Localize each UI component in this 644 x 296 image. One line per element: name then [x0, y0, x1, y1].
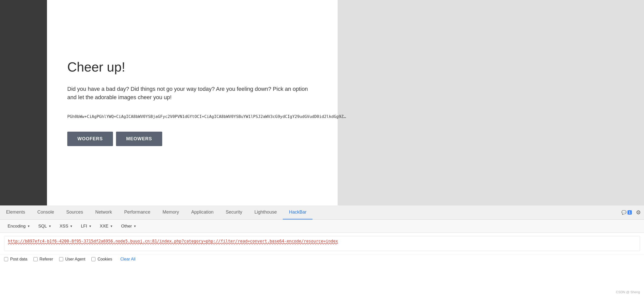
- lfi-dropdown[interactable]: LFI ▼: [77, 222, 95, 230]
- tab-sources[interactable]: Sources: [60, 205, 89, 220]
- referer-checkbox-label[interactable]: Referer: [34, 257, 53, 262]
- tab-elements[interactable]: Elements: [0, 205, 31, 220]
- post-data-checkbox[interactable]: [4, 257, 8, 261]
- tab-hackbar[interactable]: HackBar: [283, 205, 312, 220]
- sql-chevron-icon: ▼: [48, 224, 52, 228]
- devtools-tabs-bar: Elements Console Sources Network Perform…: [0, 205, 644, 220]
- post-data-label: Post data: [10, 257, 27, 262]
- devtools-tabs-right: 💬 1 ⚙: [621, 209, 644, 216]
- user-agent-checkbox[interactable]: [59, 257, 63, 261]
- other-chevron-icon: ▼: [134, 224, 137, 228]
- user-agent-label: User Agent: [65, 257, 85, 262]
- other-dropdown[interactable]: Other ▼: [118, 222, 140, 230]
- tab-lighthouse[interactable]: Lighthouse: [248, 205, 283, 220]
- tab-memory[interactable]: Memory: [156, 205, 185, 220]
- settings-icon[interactable]: ⚙: [636, 209, 641, 216]
- tab-performance[interactable]: Performance: [118, 205, 156, 220]
- message-icon: 💬: [621, 210, 626, 215]
- hackbar-checkboxes-row: Post data Referer User Agent Cookies Cle…: [0, 254, 644, 264]
- xss-chevron-icon: ▼: [70, 224, 73, 228]
- encoding-dropdown[interactable]: Encoding ▼: [4, 222, 34, 230]
- encoding-chevron-icon: ▼: [27, 224, 30, 228]
- encoded-text-display: PGh0bWw+CiAgPGhlYWQ+CiAgICA8bWV0YSBjaGFy…: [67, 114, 346, 119]
- browser-left-sidebar: [0, 0, 47, 205]
- page-content-card: Cheer up! Did you have a bad day? Did th…: [47, 0, 338, 205]
- page-description: Did you have a bad day? Did things not g…: [67, 85, 317, 101]
- cookies-checkbox-label[interactable]: Cookies: [91, 257, 112, 262]
- other-label: Other: [121, 224, 132, 229]
- xxe-label: XXE: [100, 224, 108, 229]
- tab-security[interactable]: Security: [220, 205, 248, 220]
- browser-right-sidebar: [337, 0, 644, 205]
- hackbar-toolbar: Encoding ▼ SQL ▼ XSS ▼ LFI ▼ XXE ▼ Other…: [0, 220, 644, 233]
- choice-buttons: WOOFERS MEOWERS: [67, 132, 162, 146]
- tab-application[interactable]: Application: [185, 205, 220, 220]
- page-title: Cheer up!: [67, 59, 125, 75]
- cookies-checkbox[interactable]: [91, 257, 95, 261]
- referer-label: Referer: [40, 257, 53, 262]
- meowers-button[interactable]: MEOWERS: [116, 132, 162, 146]
- sql-label: SQL: [38, 224, 47, 229]
- csdn-watermark: CSDN @ Sheng: [616, 290, 640, 294]
- post-data-checkbox-label[interactable]: Post data: [4, 257, 27, 262]
- encoding-label: Encoding: [8, 224, 26, 229]
- woofers-button[interactable]: WOOFERS: [67, 132, 113, 146]
- referer-checkbox[interactable]: [34, 257, 38, 261]
- clear-all-button[interactable]: Clear All: [120, 257, 136, 262]
- xxe-chevron-icon: ▼: [110, 224, 113, 228]
- tab-console[interactable]: Console: [31, 205, 60, 220]
- url-bar-wrapper: [0, 233, 644, 254]
- xxe-dropdown[interactable]: XXE ▼: [96, 222, 117, 230]
- cookies-label: Cookies: [97, 257, 112, 262]
- xss-dropdown[interactable]: XSS ▼: [56, 222, 76, 230]
- url-input[interactable]: [4, 236, 640, 251]
- sql-dropdown[interactable]: SQL ▼: [35, 222, 55, 230]
- devtools-panel: Elements Console Sources Network Perform…: [0, 205, 644, 296]
- tab-network[interactable]: Network: [89, 205, 118, 220]
- lfi-label: LFI: [81, 224, 87, 229]
- console-badge-count: 1: [628, 210, 632, 215]
- lfi-chevron-icon: ▼: [89, 224, 92, 228]
- hackbar-body: Post data Referer User Agent Cookies Cle…: [0, 233, 644, 296]
- user-agent-checkbox-label[interactable]: User Agent: [59, 257, 85, 262]
- xss-label: XSS: [60, 224, 68, 229]
- console-badge-button[interactable]: 💬 1: [621, 210, 632, 215]
